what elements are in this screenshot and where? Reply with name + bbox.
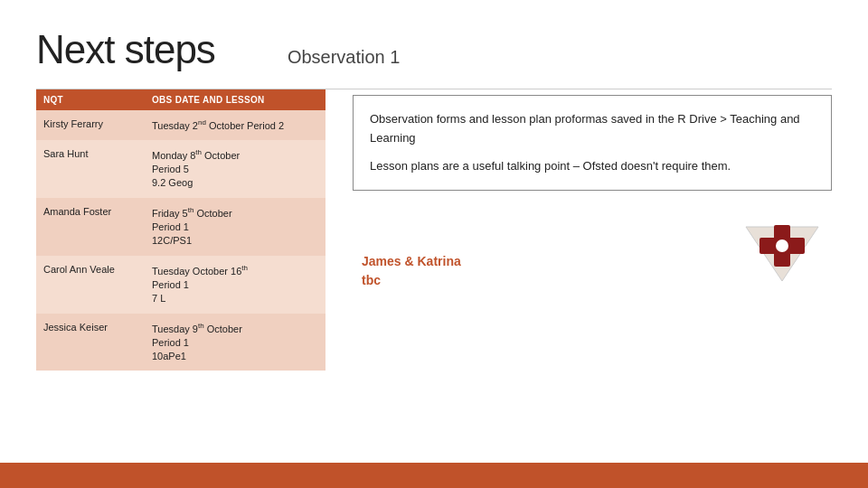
info-box: Observation forms and lesson plan profor… (353, 95, 832, 191)
cell-date: Tuesday 2nd October Period 2 (145, 110, 326, 140)
cell-date: Tuesday October 16thPeriod 17 L (145, 256, 326, 314)
table-row: Kirsty FerarryTuesday 2nd October Period… (36, 110, 326, 140)
school-logo (741, 209, 823, 290)
svg-point-3 (776, 239, 788, 252)
name-line2: tbc (362, 273, 381, 287)
two-col-layout: NQT OBS DATE AND LESSON Kirsty FerarryTu… (36, 89, 832, 371)
cell-name: Amanda Foster (36, 198, 145, 256)
table-row: Amanda FosterFriday 5th OctoberPeriod 11… (36, 198, 326, 256)
main-content: Next steps Observation 1 NQT OBS DATE AN… (0, 0, 868, 407)
observation-label: Observation 1 (288, 47, 401, 68)
table-row: Carol Ann VealeTuesday October 16thPerio… (36, 256, 326, 314)
bottom-right: James & Katrina tbc (353, 209, 832, 290)
info-line2: Lesson plans are a useful talking point … (370, 157, 815, 176)
james-katrina-text: James & Katrina tbc (362, 252, 461, 290)
bottom-bar (0, 463, 868, 488)
table-row: Sara HuntMonday 8th OctoberPeriod 59.2 G… (36, 140, 326, 198)
cell-name: Carol Ann Veale (36, 256, 145, 314)
info-line1: Observation forms and lesson plan profor… (370, 110, 815, 148)
cell-name: Jessica Keiser (36, 314, 145, 371)
table-col: NQT OBS DATE AND LESSON Kirsty FerarryTu… (36, 89, 326, 371)
cell-name: Kirsty Ferarry (36, 110, 145, 140)
right-col: Observation forms and lesson plan profor… (353, 89, 832, 371)
cell-date: Tuesday 9th OctoberPeriod 110aPe1 (145, 314, 326, 371)
cell-date: Friday 5th OctoberPeriod 112C/PS1 (145, 198, 326, 256)
cell-name: Sara Hunt (36, 140, 145, 198)
page-title: Next steps (36, 27, 215, 72)
col-nqt: NQT (36, 89, 145, 110)
table-row: Jessica KeiserTuesday 9th OctoberPeriod … (36, 314, 326, 371)
cell-date: Monday 8th OctoberPeriod 59.2 Geog (145, 140, 326, 198)
nqt-table: NQT OBS DATE AND LESSON Kirsty FerarryTu… (36, 89, 326, 371)
header-row: Next steps Observation 1 (36, 27, 832, 72)
col-obs-date: OBS DATE AND LESSON (145, 89, 326, 110)
name-line1: James & Katrina (362, 254, 461, 268)
table-header-row: NQT OBS DATE AND LESSON (36, 89, 326, 110)
